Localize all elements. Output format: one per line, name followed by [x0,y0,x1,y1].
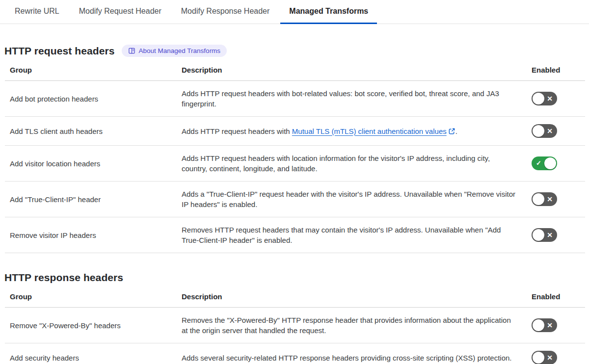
table-row: Add "True-Client-IP" headerAdds a "True-… [5,182,585,217]
column-header-group: Group [5,288,177,308]
column-header-description: Description [177,288,520,308]
description-cell: Adds several security-related HTTP respo… [177,343,520,364]
enabled-cell: ✕ [520,182,585,217]
group-cell: Add visitor location headers [5,146,177,182]
table-row: Add security headersAdds several securit… [5,343,585,364]
http-response-headers-section: HTTP response headers Group Description … [0,272,589,364]
toggle-remove-visitor-ip-headers[interactable]: ✕ [532,228,557,242]
x-icon: ✕ [547,354,553,361]
tab-rewrite-url[interactable]: Rewrite URL [6,0,68,24]
enabled-cell: ✓ [520,146,585,182]
check-icon: ✓ [536,160,541,166]
about-managed-transforms-badge[interactable]: About Managed Transforms [122,45,227,57]
column-header-enabled: Enabled [520,288,585,308]
toggle-knob [533,229,544,241]
table-row: Add TLS client auth headersAdds HTTP req… [5,117,585,146]
description-cell: Adds HTTP request headers with Mutual TL… [177,117,520,146]
group-cell: Add "True-Client-IP" header [5,182,177,217]
column-header-group: Group [5,62,177,81]
mtls-docs-link[interactable]: Mutual TLS (mTLS) client authentication … [292,127,455,135]
tab-managed-transforms[interactable]: Managed Transforms [280,0,377,24]
request-headers-tbody: Add bot protection headersAdds HTTP requ… [5,81,585,253]
toggle-knob [533,93,544,104]
book-icon [128,47,135,54]
description-cell: Adds HTTP request headers with bot-relat… [177,81,520,117]
x-icon: ✕ [547,232,553,238]
response-headers-table: Group Description Enabled Remove "X-Powe… [5,288,585,364]
x-icon: ✕ [547,322,553,329]
http-request-headers-section: HTTP request headers About Managed Trans… [0,45,589,253]
x-icon: ✕ [547,128,553,134]
toggle-add-security-headers[interactable]: ✕ [532,351,557,364]
group-cell: Add security headers [5,343,177,364]
toggle-knob [533,125,544,137]
enabled-cell: ✕ [520,308,585,343]
tab-bar: Rewrite URLModify Request HeaderModify R… [0,0,589,24]
table-row: Add bot protection headersAdds HTTP requ… [5,81,585,117]
toggle-remove-x-powered-by-headers[interactable]: ✕ [532,318,557,332]
group-cell: Remove "X-Powered-By" headers [5,308,177,343]
toggle-add-tls-client-auth-headers[interactable]: ✕ [532,124,557,138]
group-cell: Add bot protection headers [5,81,177,117]
toggle-knob [533,352,544,364]
description-cell: Adds HTTP request headers with location … [177,146,520,182]
request-headers-table: Group Description Enabled Add bot protec… [5,62,585,253]
toggle-add-visitor-location-headers[interactable]: ✓ [532,156,557,170]
x-icon: ✕ [547,95,553,102]
column-header-description: Description [177,62,520,81]
column-header-enabled: Enabled [520,62,585,81]
section-title-request: HTTP request headers [4,45,115,57]
description-cell: Adds a "True-Client-IP" request header w… [177,182,520,217]
x-icon: ✕ [547,196,553,203]
table-row: Add visitor location headersAdds HTTP re… [5,146,585,182]
enabled-cell: ✕ [520,343,585,364]
toggle-knob [544,157,556,169]
external-link-icon [448,128,455,135]
badge-label: About Managed Transforms [139,47,221,54]
toggle-add-bot-protection-headers[interactable]: ✕ [532,92,557,105]
toggle-knob [533,319,544,331]
group-cell: Remove visitor IP headers [5,217,177,253]
response-headers-tbody: Remove "X-Powered-By" headersRemoves the… [5,308,585,364]
tab-modify-request-header[interactable]: Modify Request Header [70,0,170,24]
table-row: Remove visitor IP headersRemoves HTTP re… [5,217,585,253]
tab-modify-response-header[interactable]: Modify Response Header [172,0,279,24]
description-cell: Removes HTTP request headers that may co… [177,217,520,253]
section-title-response: HTTP response headers [4,272,123,284]
table-row: Remove "X-Powered-By" headersRemoves the… [5,308,585,343]
enabled-cell: ✕ [520,217,585,253]
toggle-knob [533,193,544,205]
enabled-cell: ✕ [520,117,585,146]
enabled-cell: ✕ [520,81,585,117]
toggle-add-true-client-ip-header[interactable]: ✕ [532,192,557,206]
description-cell: Removes the "X-Powered-By" HTTP response… [177,308,520,343]
group-cell: Add TLS client auth headers [5,117,177,146]
